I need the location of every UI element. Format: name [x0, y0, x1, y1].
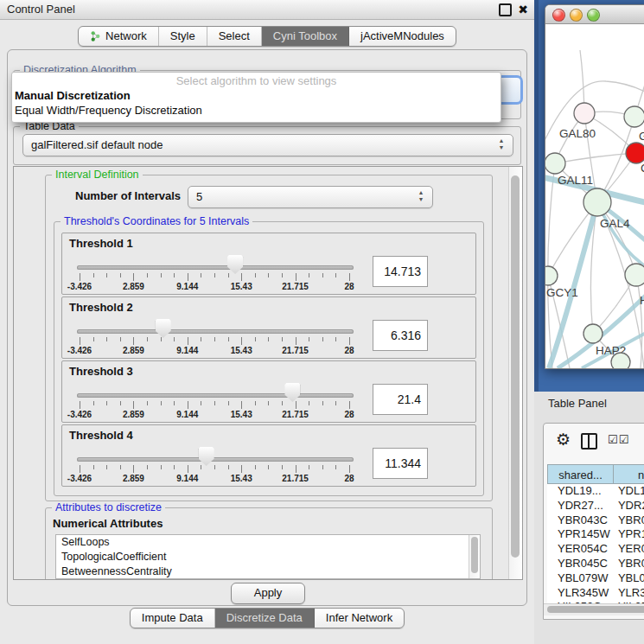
network-graph-canvas[interactable]: GAL80GACGAL11GAL4GCY1HHAP2 — [545, 24, 644, 368]
tab-network[interactable]: Network — [79, 27, 159, 46]
threshold-3-value-field[interactable]: 21.4 — [373, 384, 428, 415]
settings-scrollbar-thumb[interactable] — [511, 175, 520, 558]
control-panel-titlebar[interactable]: Control Panel ✖ — [0, 0, 534, 20]
table-panel-titlebar[interactable]: Table Panel — [534, 392, 644, 417]
tick-mark — [161, 337, 162, 341]
tick-label: 28 — [344, 474, 354, 483]
table-row[interactable]: YBR045CYBR045C — [547, 557, 644, 571]
tick-label: 28 — [344, 410, 354, 419]
tab-infer-network[interactable]: Infer Network — [315, 609, 404, 628]
apply-button[interactable]: Apply — [231, 583, 305, 604]
tick-mark — [268, 337, 269, 341]
table-row[interactable]: YBL079WYBL079W — [547, 571, 644, 586]
tick-label: 21.715 — [282, 282, 309, 291]
network-window-titlebar[interactable] — [545, 5, 644, 24]
table-hscrollbar-thumb[interactable] — [547, 606, 644, 613]
attributes-list-scrollbar[interactable] — [469, 535, 480, 578]
tick-mark — [133, 465, 134, 473]
split-columns-icon[interactable] — [581, 433, 597, 450]
close-traffic-light-icon[interactable] — [552, 9, 565, 22]
zoom-traffic-light-icon[interactable] — [587, 9, 600, 22]
threshold-4-value-field[interactable]: 11.344 — [373, 448, 428, 479]
algorithm-option-equal-width[interactable]: Equal Width/Frequency Discretization — [15, 104, 202, 117]
tick-mark — [282, 337, 283, 341]
tick-mark — [349, 273, 350, 281]
number-of-intervals-combobox[interactable]: 5 ▲▼ — [188, 186, 433, 208]
network-node-gal11[interactable] — [545, 153, 565, 174]
threshold-4-slider-thumb[interactable] — [199, 447, 214, 466]
table-row[interactable]: YPR145WYPR145W — [547, 527, 644, 542]
threshold-2-value-field[interactable]: 6.316 — [373, 320, 428, 351]
tab-style[interactable]: Style — [159, 27, 207, 46]
numerical-attributes-list[interactable]: SelfLoopsTopologicalCoefficientBetweenne… — [55, 534, 481, 579]
threshold-2-slider-track[interactable] — [77, 329, 354, 334]
tick-mark — [296, 273, 296, 281]
tick-mark — [255, 465, 256, 469]
tab-select[interactable]: Select — [207, 27, 262, 46]
table-rows: YDL19...YDL19...YDR27...YDR27...YBR043CY… — [547, 484, 644, 603]
threshold-1-slider-track[interactable] — [77, 265, 354, 270]
tick-mark — [188, 401, 188, 409]
attributes-to-discretize-group: Attributes to discretize Numerical Attri… — [45, 507, 493, 580]
tab-discretize-data[interactable]: Discretize Data — [215, 609, 315, 628]
network-node[interactable] — [611, 353, 630, 368]
table-data-combobox[interactable]: galFiltered.sif default node ▲▼ — [22, 134, 513, 156]
tick-mark — [282, 465, 283, 469]
attribute-list-item[interactable]: BetweennessCentrality — [56, 564, 480, 579]
tab-label: Infer Network — [326, 609, 392, 628]
column-header-shared-name[interactable]: shared... — [547, 464, 614, 484]
tick-mark — [322, 401, 323, 405]
network-node-gal4[interactable] — [583, 188, 611, 216]
threshold-4-slider-track[interactable] — [77, 457, 354, 462]
network-node-label: C — [641, 162, 644, 175]
tick-mark — [80, 337, 80, 345]
threshold-1-slider-thumb[interactable] — [227, 255, 243, 274]
threshold-3-slider-track[interactable] — [77, 393, 354, 398]
column-header-name[interactable]: n... — [614, 464, 644, 484]
table-horizontal-scrollbar[interactable] — [544, 603, 644, 615]
settings-panel-scrollbar[interactable] — [508, 167, 522, 579]
interval-definition-group: Interval Definition Number of Intervals … — [45, 175, 493, 501]
shared-name-cell: YBR045C — [547, 557, 613, 571]
algorithm-option-manual[interactable]: Manual Discretization — [15, 89, 131, 102]
table-row[interactable]: YDL19...YDL19... — [547, 484, 644, 499]
network-edge[interactable] — [555, 153, 636, 163]
table-row[interactable]: YDR27...YDR27... — [547, 499, 644, 513]
network-node-ga[interactable] — [624, 106, 644, 127]
tab-cyni-toolbox[interactable]: Cyni Toolbox — [262, 27, 349, 46]
tick-label: 2.859 — [123, 474, 144, 483]
tick-mark — [120, 337, 121, 341]
network-node-gal80[interactable] — [574, 103, 595, 124]
network-node-h[interactable] — [625, 264, 644, 286]
minimize-traffic-light-icon[interactable] — [570, 9, 583, 22]
gear-icon[interactable]: ⚙ — [556, 430, 571, 449]
tick-mark — [268, 401, 269, 405]
select-columns-checkboxes-icon[interactable]: ☑☑ — [608, 433, 629, 446]
table-row[interactable]: YLR345WYLR345W — [547, 586, 644, 601]
network-node-gcy1[interactable] — [545, 266, 558, 285]
network-node-hap2[interactable] — [583, 324, 603, 343]
attributes-scrollbar-thumb[interactable] — [471, 537, 478, 573]
number-of-intervals-label: Number of Intervals — [75, 189, 181, 202]
tab-jactivemnodules[interactable]: jActiveMNodules — [349, 27, 456, 46]
tab-label: Style — [170, 27, 195, 46]
tick-mark — [147, 273, 148, 277]
attribute-list-item[interactable]: TopologicalCoefficient — [56, 550, 480, 564]
close-icon[interactable]: ✖ — [518, 0, 528, 19]
network-view-window[interactable]: GAL80GACGAL11GAL4GCY1HHAP2 — [545, 4, 644, 369]
tick-mark — [296, 465, 296, 473]
threshold-2-slider-thumb[interactable] — [156, 319, 171, 338]
algorithm-placeholder-option[interactable]: Select algorithm to view settings — [12, 74, 501, 87]
table-row[interactable]: YER054CYER054C — [547, 542, 644, 557]
tick-mark — [80, 273, 80, 281]
network-node-c[interactable] — [626, 143, 644, 163]
tick-mark — [120, 273, 121, 277]
tab-impute-data[interactable]: Impute Data — [131, 609, 215, 628]
threshold-1-value-field[interactable]: 14.713 — [373, 256, 428, 287]
threshold-3-slider-thumb[interactable] — [284, 383, 300, 402]
table-row[interactable]: YBR043CYBR043C — [547, 513, 644, 528]
float-window-icon[interactable] — [499, 3, 512, 16]
attribute-list-item[interactable]: SelfLoops — [56, 535, 480, 550]
shared-name-cell: YDR27... — [547, 499, 613, 513]
shared-name-cell: YDL19... — [547, 484, 613, 499]
